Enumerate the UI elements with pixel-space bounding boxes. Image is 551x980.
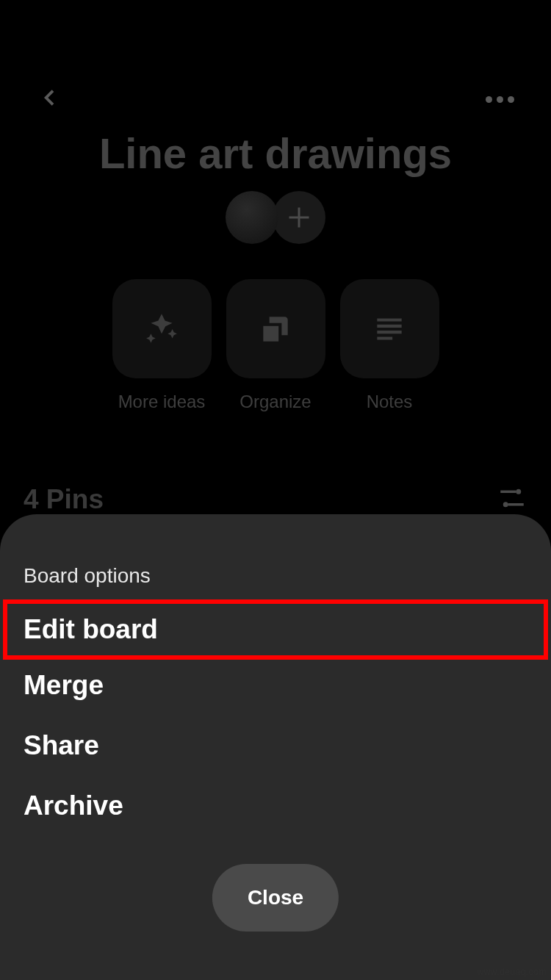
sheet-title: Board options — [24, 564, 527, 588]
more-options-icon[interactable] — [486, 96, 514, 103]
notes-action[interactable]: Notes — [340, 279, 439, 412]
merge-option[interactable]: Merge — [24, 655, 527, 716]
board-actions-row: More ideas Organize Notes — [0, 279, 551, 412]
organize-label: Organize — [240, 392, 311, 412]
watermark: www.deuaq.com — [477, 967, 547, 977]
header-bar — [0, 73, 551, 125]
notes-label: Notes — [367, 392, 413, 412]
close-button[interactable]: Close — [212, 864, 339, 932]
filter-icon[interactable] — [497, 483, 527, 516]
pins-count: 4 Pins — [24, 484, 104, 515]
board-title: Line art drawings — [0, 129, 551, 178]
avatar[interactable] — [226, 191, 278, 244]
back-icon[interactable] — [37, 86, 60, 112]
more-ideas-action[interactable]: More ideas — [112, 279, 212, 412]
pins-row: 4 Pins — [0, 483, 551, 516]
organize-action[interactable]: Organize — [226, 279, 325, 412]
more-ideas-label: More ideas — [118, 392, 206, 412]
edit-board-option[interactable]: Edit board — [3, 599, 548, 660]
board-options-sheet: Board options Edit board Merge Share Arc… — [0, 514, 551, 980]
share-option[interactable]: Share — [24, 716, 527, 776]
archive-option[interactable]: Archive — [24, 776, 527, 836]
add-collaborator-button[interactable] — [273, 191, 325, 244]
collaborators-row — [0, 191, 551, 244]
